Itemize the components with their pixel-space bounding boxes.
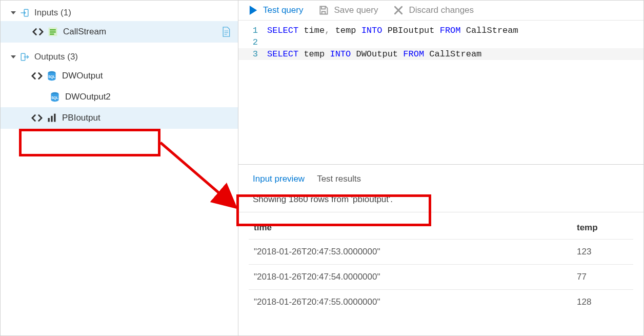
sql-icon: SQL bbox=[47, 71, 57, 81]
sidebar-item-label: DWOutput2 bbox=[65, 92, 111, 102]
document-icon bbox=[222, 27, 231, 37]
table-row[interactable]: "2018-01-26T20:47:55.0000000"128 bbox=[249, 290, 633, 315]
code-content: SELECT temp INTO DWOutput FROM CallStrea… bbox=[267, 49, 481, 59]
cell-temp: 128 bbox=[572, 290, 633, 315]
code-line[interactable]: 1SELECT time, temp INTO PBIoutput FROM C… bbox=[238, 25, 643, 36]
save-icon bbox=[318, 5, 329, 15]
svg-text:SQL: SQL bbox=[48, 75, 55, 79]
caret-down-icon bbox=[11, 55, 16, 58]
code-content: SELECT time, temp INTO PBIoutput FROM Ca… bbox=[267, 26, 518, 35]
results-table: time temp "2018-01-26T20:47:53.0000000"1… bbox=[249, 216, 633, 314]
discard-changes-button[interactable]: Discard changes bbox=[393, 5, 474, 15]
query-editor[interactable]: 1SELECT time, temp INTO PBIoutput FROM C… bbox=[238, 21, 643, 164]
tab-test-results[interactable]: Test results bbox=[317, 174, 361, 184]
save-query-button[interactable]: Save query bbox=[318, 5, 378, 15]
svg-rect-16 bbox=[48, 118, 50, 122]
output-icon bbox=[20, 52, 29, 62]
main-panel: Test query Save query Discard changes 1S… bbox=[238, 1, 643, 335]
svg-rect-17 bbox=[51, 116, 52, 122]
line-number: 3 bbox=[238, 49, 267, 59]
discard-changes-label: Discard changes bbox=[409, 5, 474, 15]
sidebar-inputs-section: Inputs (1) CallStream bbox=[1, 5, 238, 43]
sidebar-item-callstream[interactable]: CallStream bbox=[1, 21, 238, 43]
line-number: 1 bbox=[238, 26, 267, 35]
cell-temp: 123 bbox=[572, 240, 633, 265]
sidebar-item-pbioutput[interactable]: PBIoutput bbox=[1, 107, 238, 129]
results-panel: Input preview Test results Showing 1860 … bbox=[238, 164, 643, 335]
sidebar-item-label: CallStream bbox=[63, 27, 106, 37]
sidebar-item-dwoutput[interactable]: SQLDWOutput bbox=[1, 65, 238, 87]
save-query-label: Save query bbox=[334, 5, 378, 15]
tab-input-preview[interactable]: Input preview bbox=[253, 174, 305, 184]
sidebar-item-label: PBIoutput bbox=[62, 113, 100, 123]
input-icon bbox=[20, 8, 29, 17]
column-header-temp[interactable]: temp bbox=[572, 216, 633, 240]
column-header-time[interactable]: time bbox=[249, 216, 572, 240]
sidebar-inputs-header[interactable]: Inputs (1) bbox=[1, 5, 238, 21]
cell-time: "2018-01-26T20:47:53.0000000" bbox=[249, 240, 572, 265]
test-query-button[interactable]: Test query bbox=[249, 5, 303, 16]
svg-text:SQL: SQL bbox=[51, 96, 58, 100]
code-line[interactable]: 2 bbox=[238, 36, 643, 48]
app-root: Inputs (1) CallStream bbox=[0, 0, 644, 336]
table-row[interactable]: "2018-01-26T20:47:54.0000000"77 bbox=[249, 265, 633, 290]
sidebar-outputs-label: Outputs (3) bbox=[34, 52, 78, 62]
sidebar-inputs-label: Inputs (1) bbox=[34, 8, 71, 18]
query-toolbar: Test query Save query Discard changes bbox=[238, 1, 643, 21]
results-tabs: Input preview Test results bbox=[238, 165, 643, 187]
code-line[interactable]: 3SELECT temp INTO DWOutput FROM CallStre… bbox=[238, 48, 643, 60]
svg-rect-5 bbox=[50, 31, 56, 33]
cell-temp: 77 bbox=[572, 265, 633, 290]
code-icon bbox=[31, 70, 43, 82]
cell-time: "2018-01-26T20:47:55.0000000" bbox=[249, 290, 572, 315]
pbi-icon bbox=[47, 113, 57, 123]
sidebar-item-dwoutput2[interactable]: SQLDWOutput2 bbox=[1, 87, 238, 107]
cell-time: "2018-01-26T20:47:54.0000000" bbox=[249, 265, 572, 290]
code-icon bbox=[31, 112, 43, 124]
results-status: Showing 1860 rows from 'pbioutput'. bbox=[238, 187, 643, 212]
line-number: 2 bbox=[238, 37, 267, 47]
svg-rect-4 bbox=[50, 29, 56, 31]
sidebar-outputs-section: Outputs (3) SQLDWOutputSQLDWOutput2PBIou… bbox=[1, 49, 238, 129]
play-icon bbox=[249, 5, 258, 16]
close-icon bbox=[393, 5, 404, 15]
sidebar: Inputs (1) CallStream bbox=[1, 1, 238, 335]
svg-rect-18 bbox=[54, 114, 55, 122]
svg-rect-6 bbox=[50, 33, 54, 35]
sidebar-item-label: DWOutput bbox=[62, 71, 103, 81]
sidebar-outputs-header[interactable]: Outputs (3) bbox=[1, 49, 238, 65]
test-query-label: Test query bbox=[263, 5, 303, 15]
caret-down-icon bbox=[11, 11, 16, 14]
sql-icon: SQL bbox=[50, 92, 60, 102]
stream-icon bbox=[48, 27, 58, 37]
table-row[interactable]: "2018-01-26T20:47:53.0000000"123 bbox=[249, 240, 633, 265]
code-icon bbox=[32, 26, 44, 37]
